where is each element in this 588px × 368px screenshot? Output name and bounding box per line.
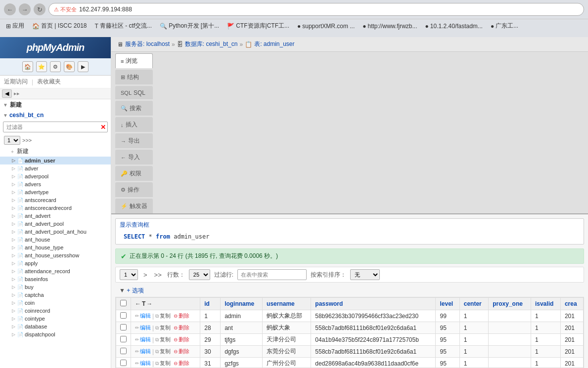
sidebar-table-apply[interactable]: ▷ 📄 apply — [0, 259, 111, 267]
sidebar-table-captcha[interactable]: ▷ 📄 captcha — [0, 291, 111, 299]
sidebar-table-ant_advert_pool[interactable]: ▷ 📄 ant_advert_pool — [0, 220, 111, 228]
collapse-sidebar-btn[interactable]: ◀ — [2, 89, 12, 98]
col-username-link[interactable]: username — [267, 300, 295, 307]
query-header[interactable]: 显示查询框 — [116, 219, 584, 231]
next-page-btn[interactable]: > — [142, 271, 149, 279]
sort-select[interactable]: 无 — [350, 269, 380, 280]
sidebar-table-database[interactable]: ▷ 📄 database — [0, 323, 111, 330]
nav-forward-btn[interactable]: >>> — [22, 137, 32, 143]
table-filter-input[interactable] — [3, 122, 108, 132]
copy-btn-1[interactable]: 复制 — [160, 324, 171, 331]
col-level[interactable]: level — [436, 298, 459, 310]
col-isvalid[interactable]: isvalid — [531, 298, 560, 310]
edit-btn-1[interactable]: 编辑 — [140, 324, 151, 331]
row-checkbox-1[interactable] — [120, 324, 127, 330]
sidebar-table-antscorecard[interactable]: ▷ 📄 antscorecard — [0, 196, 111, 204]
sidebar-table-advertype[interactable]: ▷ 📄 advertype — [0, 188, 111, 196]
sidebar-table-admin_user[interactable]: ▷ 📄 admin_user — [0, 157, 111, 164]
bookmark-xmr[interactable]: ● supportXMR.com ... — [295, 22, 357, 31]
row-checkbox-3[interactable] — [120, 348, 127, 354]
sidebar-table-antscorecardrecord[interactable]: ▷ 📄 antscorecardrecord — [0, 204, 111, 212]
forward-button[interactable]: → — [19, 3, 31, 15]
tab-导出[interactable]: →导出 — [115, 133, 153, 148]
bookmark-ctf[interactable]: 🚩 CTF资源库|CTF工... — [225, 21, 291, 31]
tab-权限[interactable]: 🔑权限 — [115, 166, 153, 181]
data-table-wrapper[interactable]: ← T → id loginname username — [115, 297, 584, 368]
sidebar-table-ant_house[interactable]: ▷ 📄 ant_house — [0, 236, 111, 244]
address-bar[interactable]: ⚠ 不安全 162.247.99.194:888 — [48, 3, 584, 16]
table-link[interactable]: 表: admin_user — [254, 40, 294, 48]
col-id-link[interactable]: id — [204, 300, 210, 307]
sidebar-table-cointype[interactable]: ▷ 📄 cointype — [0, 315, 111, 323]
db-new-header[interactable]: ▼ 新建 — [0, 99, 111, 111]
filter-clear-btn[interactable]: ✕ — [100, 123, 106, 131]
sidebar-home-btn[interactable]: 🏠 — [22, 61, 33, 72]
sidebar-table-baseinfos[interactable]: ▷ 📄 baseinfos — [0, 275, 111, 283]
copy-btn-0[interactable]: 复制 — [160, 312, 171, 320]
copy-btn-4[interactable]: 复制 — [160, 360, 171, 367]
col-loginname-link[interactable]: loginname — [225, 300, 254, 307]
bookmark-guangdong[interactable]: ● 广东工... — [489, 21, 520, 31]
tab-搜索[interactable]: 🔍搜索 — [115, 101, 153, 116]
filter-input[interactable] — [237, 269, 307, 280]
sidebar-table-advers[interactable]: ▷ 📄 advers — [0, 180, 111, 188]
bookmark-apps[interactable]: ⊞ 应用 — [4, 21, 26, 31]
bookmark-python[interactable]: 🔍 Python开发 [第十... — [158, 21, 221, 31]
edit-btn-4[interactable]: 编辑 — [140, 360, 151, 367]
tab-插入[interactable]: ↓插入 — [115, 117, 153, 132]
sidebar-table-adverpool[interactable]: ▷ 📄 adverpool — [0, 172, 111, 180]
tab-SQL[interactable]: SQLSQL — [115, 86, 153, 99]
bookmark-home[interactable]: 🏠 首页 | ISCC 2018 — [30, 21, 89, 31]
sidebar-console-btn[interactable]: ▶ — [78, 61, 89, 72]
options-row[interactable]: ▼ + 选项 — [111, 285, 588, 297]
page-ctrl-select[interactable]: 1 — [120, 269, 138, 280]
sidebar-theme-btn[interactable]: 🎨 — [64, 61, 75, 72]
sidebar-table-attendance_record[interactable]: ▷ 📄 attendance_record — [0, 267, 111, 275]
copy-btn-3[interactable]: 复制 — [160, 348, 171, 355]
sidebar-table-ant_house_type[interactable]: ▷ 📄 ant_house_type — [0, 244, 111, 251]
db-name[interactable]: ceshi_bt_cn — [9, 112, 44, 119]
col-level-link[interactable]: level — [440, 300, 453, 307]
sidebar-table-coinrecord[interactable]: ▷ 📄 coinrecord — [0, 307, 111, 315]
edit-btn-2[interactable]: 编辑 — [140, 336, 151, 343]
tab-触发器[interactable]: ⚡触发器 — [115, 199, 153, 213]
col-crea[interactable]: crea — [560, 298, 583, 310]
sidebar-table-ant_advert[interactable]: ▷ 📄 ant_advert — [0, 212, 111, 220]
delete-btn-3[interactable]: 删除 — [179, 348, 189, 355]
col-proxy-one[interactable]: proxy_one — [489, 298, 531, 310]
scroll-right-btn[interactable]: ▸▸ — [14, 90, 20, 97]
col-password[interactable]: password — [311, 298, 436, 310]
tab-结构[interactable]: ⊞结构 — [115, 70, 153, 84]
col-proxy-one-link[interactable]: proxy_one — [493, 300, 523, 307]
delete-btn-0[interactable]: 删除 — [179, 312, 189, 320]
tab-浏览[interactable]: ≡浏览 — [115, 53, 153, 68]
bookmark-fastadm[interactable]: ● 10.1.2.40/fastadm... — [423, 22, 485, 31]
select-all-checkbox[interactable] — [120, 300, 127, 306]
delete-btn-4[interactable]: 删除 — [179, 360, 189, 367]
sidebar-table-buy[interactable]: ▷ 📄 buy — [0, 283, 111, 291]
edit-btn-3[interactable]: 编辑 — [140, 348, 151, 355]
sidebar-table-ant_house_usersshow[interactable]: ▷ 📄 ant_house_usersshow — [0, 251, 111, 259]
col-center-link[interactable]: center — [464, 300, 482, 307]
delete-btn-2[interactable]: 删除 — [179, 336, 189, 343]
table-new-item[interactable]: ＋ 新建 — [0, 146, 111, 157]
col-loginname[interactable]: loginname — [221, 298, 263, 310]
col-id[interactable]: id — [200, 298, 221, 310]
tab-操作[interactable]: ⚙操作 — [115, 182, 153, 197]
col-password-link[interactable]: password — [315, 300, 343, 307]
server-link[interactable]: 服务器: localhost — [125, 40, 170, 48]
sidebar-table-ant_advert_pool_ant_hou[interactable]: ▷ 📄 ant_advert_pool_ant_hou — [0, 228, 111, 236]
bookmark-fjrwzb[interactable]: ● http://www.fjrwzb... — [361, 22, 419, 31]
bookmark-qingteng[interactable]: T 青藤社区 - ctf交流... — [92, 21, 154, 31]
db-link[interactable]: 数据库: ceshi_bt_cn — [185, 40, 238, 48]
col-crea-link[interactable]: crea — [565, 300, 577, 307]
last-page-btn[interactable]: >> — [153, 271, 163, 279]
col-isvalid-link[interactable]: isvalid — [535, 300, 553, 307]
row-checkbox-4[interactable] — [120, 360, 127, 366]
sidebar-table-coin[interactable]: ▷ 📄 coin — [0, 299, 111, 307]
row-checkbox-0[interactable] — [120, 312, 127, 319]
sidebar-table-adver[interactable]: ▷ 📄 adver — [0, 164, 111, 172]
rows-select[interactable]: 25 — [189, 269, 210, 280]
reload-button[interactable]: ↻ — [34, 3, 45, 15]
col-center[interactable]: center — [459, 298, 489, 310]
